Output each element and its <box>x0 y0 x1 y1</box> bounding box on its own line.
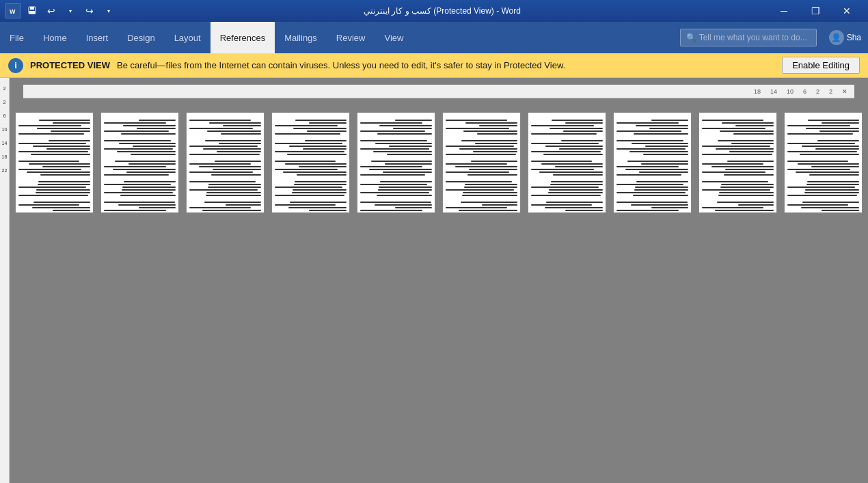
user-area[interactable]: 👤 Sha <box>822 22 868 53</box>
ruler-close[interactable]: ✕ <box>842 88 847 95</box>
svg-text:W: W <box>10 8 16 15</box>
page-content <box>528 113 606 212</box>
save-button[interactable] <box>25 3 40 18</box>
page-content <box>187 113 264 212</box>
customize-qat-button[interactable]: ▾ <box>101 3 116 18</box>
ribbon-tabs: FileHomeInsertDesignLayoutReferencesMail… <box>0 22 413 53</box>
undo-dropdown[interactable]: ▾ <box>63 3 78 18</box>
page-content <box>272 113 349 212</box>
ruler-mark-2b: 2 <box>829 88 832 95</box>
ruler-mark: 18 <box>0 150 9 163</box>
user-label: Sha <box>847 33 861 42</box>
page-thumbnail[interactable] <box>271 112 350 213</box>
redo-button[interactable]: ↪ <box>82 3 97 18</box>
ruler-mark: 22 <box>0 163 9 177</box>
page-thumbnail[interactable] <box>784 112 863 213</box>
pages-row <box>10 98 868 227</box>
ruler-mark-10: 10 <box>787 88 794 95</box>
protected-view-label: PROTECTED VIEW <box>30 60 110 70</box>
undo-button[interactable]: ↩ <box>44 3 59 18</box>
ribbon: FileHomeInsertDesignLayoutReferencesMail… <box>0 22 868 53</box>
minimize-button[interactable]: ─ <box>768 0 800 22</box>
ribbon-tab-insert[interactable]: Insert <box>77 22 118 53</box>
left-ruler: 2 2 6 10 14 18 22 <box>0 78 10 483</box>
protected-view-bar: i PROTECTED VIEW Be careful—files from t… <box>0 53 868 78</box>
ribbon-tab-references[interactable]: References <box>211 22 275 53</box>
page-thumbnail[interactable] <box>186 112 265 213</box>
ruler-mark: 10 <box>0 122 9 136</box>
page-content <box>101 113 178 212</box>
word-app-icon: W <box>5 3 21 18</box>
search-icon: 🔍 <box>686 33 696 42</box>
page-thumbnail[interactable] <box>528 112 606 213</box>
main-area: 2 2 6 10 14 18 22 18 14 10 6 2 2 ✕ <box>0 78 868 483</box>
restore-button[interactable]: ❐ <box>800 0 831 22</box>
page-thumbnail[interactable] <box>100 112 179 213</box>
ruler-mark: 2 <box>0 95 9 109</box>
search-input[interactable] <box>699 33 809 42</box>
search-box[interactable]: 🔍 <box>680 29 817 46</box>
page-thumbnail[interactable] <box>699 112 777 213</box>
top-ruler: 18 14 10 6 2 2 ✕ <box>23 85 854 98</box>
ruler-mark-14: 14 <box>770 88 777 95</box>
ribbon-tab-design[interactable]: Design <box>118 22 164 53</box>
ribbon-tab-home[interactable]: Home <box>33 22 77 53</box>
protected-view-icon: i <box>8 58 23 73</box>
page-content <box>443 113 520 212</box>
title-bar-left: W ↩ ▾ ↪ ▾ <box>5 3 116 18</box>
page-thumbnail[interactable] <box>442 112 521 213</box>
close-button[interactable]: ✕ <box>831 0 863 22</box>
document-area: 18 14 10 6 2 2 ✕ <box>10 78 868 483</box>
ruler-mark-18: 18 <box>754 88 761 95</box>
ruler-mark: 2 <box>0 81 9 95</box>
svg-rect-4 <box>29 11 35 14</box>
ribbon-tab-layout[interactable]: Layout <box>165 22 211 53</box>
svg-rect-3 <box>30 7 34 10</box>
ribbon-tab-view[interactable]: View <box>375 22 413 53</box>
page-content <box>614 113 691 212</box>
enable-editing-button[interactable]: Enable Editing <box>782 57 860 74</box>
page-content <box>699 113 776 212</box>
ruler-mark-6: 6 <box>803 88 806 95</box>
ribbon-tab-mailings[interactable]: Mailings <box>275 22 327 53</box>
ribbon-tab-file[interactable]: File <box>0 22 33 53</box>
ruler-mark: 14 <box>0 136 9 150</box>
page-thumbnail[interactable] <box>613 112 692 213</box>
protected-view-message: Be careful—files from the Internet can c… <box>117 60 775 70</box>
window-controls: ─ ❐ ✕ <box>768 0 863 22</box>
page-content <box>16 113 93 212</box>
ribbon-tab-review[interactable]: Review <box>327 22 375 53</box>
page-thumbnail[interactable] <box>15 112 94 213</box>
document-title: كسب و كار اينترنتي (Protected View) - Wo… <box>116 6 768 16</box>
user-avatar: 👤 <box>829 30 844 45</box>
page-content <box>785 113 862 212</box>
ruler-mark-2: 2 <box>816 88 819 95</box>
page-content <box>357 113 435 212</box>
ruler-mark: 6 <box>0 109 9 122</box>
title-bar: W ↩ ▾ ↪ ▾ كسب و كار اينترنتي (Protected … <box>0 0 868 22</box>
page-thumbnail[interactable] <box>357 112 435 213</box>
